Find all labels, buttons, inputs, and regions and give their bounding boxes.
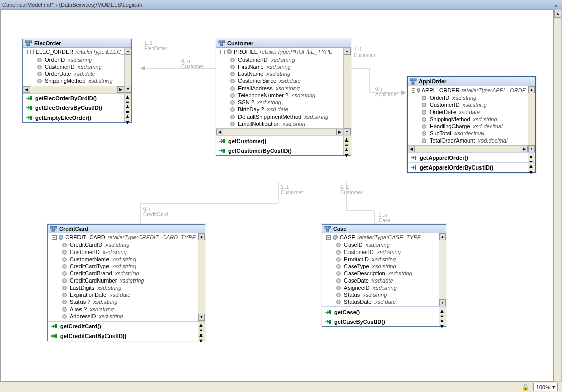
method-scrollbar[interactable]: ▲▼ bbox=[343, 136, 351, 146]
vertical-scrollbar[interactable]: ▲▼ bbox=[198, 233, 205, 321]
entity-type-header[interactable]: − ELEC_ORDER retailerType:ELEC_ bbox=[23, 48, 124, 56]
entity-type-header[interactable]: − CASE retailerType:CASE_TYPE bbox=[322, 233, 439, 241]
entity-title[interactable]: ElecOrder bbox=[23, 39, 131, 48]
attribute-row[interactable]: OrderDate xsd:date bbox=[37, 70, 122, 77]
attribute-row[interactable]: CustomerID xsd:string bbox=[336, 248, 437, 256]
horizontal-scrollbar[interactable]: ◀▶ bbox=[23, 86, 124, 93]
attribute-row[interactable]: EmailNotification xsd:short bbox=[230, 120, 341, 127]
method-scrollbar[interactable]: ▲▼ bbox=[343, 146, 351, 155]
attribute-row[interactable]: SubTotal xsd:decimal bbox=[422, 130, 526, 137]
attribute-row[interactable]: Alias ? xsd:string bbox=[62, 305, 196, 313]
method-row[interactable]: getEmptyElecOrder()▲▼ bbox=[23, 113, 131, 122]
attribute-row[interactable]: CustomerID xsd:string bbox=[230, 56, 341, 63]
method-row[interactable]: getCreditCard()▲▼ bbox=[48, 321, 205, 331]
entity-customer[interactable]: Customer ▲▼ − PROFILE retailerType:PROFI… bbox=[216, 39, 351, 156]
method-scrollbar[interactable]: ▲▼ bbox=[439, 307, 446, 317]
method-scrollbar[interactable]: ▲▼ bbox=[439, 317, 446, 326]
attribute-row[interactable]: LastDigits xsd:string bbox=[62, 284, 196, 291]
entity-elecorder[interactable]: ElecOrder ▲▼ − ELEC_ORDER retailerType:E… bbox=[22, 39, 132, 123]
method-row[interactable]: getElecOrderByOrdID()▲▼ bbox=[23, 93, 131, 103]
collapse-toggle-icon[interactable]: − bbox=[52, 235, 57, 240]
attribute-row[interactable]: BirthDay ? xsd:date bbox=[230, 106, 341, 113]
method-row[interactable]: getCustomer()▲▼ bbox=[216, 136, 351, 146]
attribute-row[interactable]: OrderID xsd:string bbox=[422, 94, 526, 101]
attribute-row[interactable]: CreditCardNumber xsd:string bbox=[62, 277, 196, 284]
attribute-row[interactable]: CaseDescription xsd:string bbox=[336, 270, 437, 277]
method-scrollbar[interactable]: ▲▼ bbox=[528, 153, 535, 162]
attribute-row[interactable]: CustomerName xsd:string bbox=[62, 256, 196, 263]
attribute-row[interactable]: Status xsd:string bbox=[336, 291, 437, 298]
attribute-row[interactable]: DefaultShippmentMethod xsd:string bbox=[230, 113, 341, 120]
method-scrollbar[interactable]: ▲▼ bbox=[198, 322, 205, 331]
attribute-row[interactable]: HandlingCharge xsd:decimal bbox=[422, 123, 526, 130]
attribute-row[interactable]: CreditCardID xsd:string bbox=[62, 241, 196, 248]
method-scrollbar[interactable]: ▲▼ bbox=[198, 331, 205, 341]
entity-title[interactable]: Customer bbox=[216, 39, 351, 48]
collapse-toggle-icon[interactable]: − bbox=[326, 235, 331, 240]
attribute-row[interactable]: StatusDate xsd:date bbox=[336, 298, 437, 305]
zoom-selector[interactable]: 100% ▾ bbox=[533, 383, 558, 391]
method-row[interactable]: getApparelOrder()▲▼ bbox=[408, 153, 535, 162]
lock-icon[interactable]: 🔓 bbox=[522, 384, 529, 391]
attribute-row[interactable]: CustomerID xsd:string bbox=[37, 63, 122, 70]
attribute-row[interactable]: LastName xsd:string bbox=[230, 70, 341, 77]
attribute-row[interactable]: CaseDate xsd:date bbox=[336, 277, 437, 284]
attribute-row[interactable]: AddressID xsd:string bbox=[62, 313, 196, 320]
entity-type-header[interactable]: − APPL_ORDER retailerType:APPL_ORDE bbox=[408, 86, 528, 94]
attribute-row[interactable]: OrderDate xsd:date bbox=[422, 108, 526, 116]
attribute-row[interactable]: ShippingMethod xsd:string bbox=[37, 77, 122, 85]
svg-rect-22 bbox=[328, 226, 331, 228]
entity-creditcard[interactable]: CreditCard ▲▼ − CREDIT_CARD retailerType… bbox=[47, 224, 205, 341]
entity-type-header[interactable]: − PROFILE retailerType:PROFILE_TYPE bbox=[216, 48, 343, 56]
attribute-row[interactable]: SSN ? xsd:string bbox=[230, 99, 341, 106]
attribute-row[interactable]: CustomerSince xsd:date bbox=[230, 77, 341, 85]
attr-name: TelephoneNumber ? bbox=[238, 92, 288, 98]
close-icon[interactable]: × bbox=[553, 1, 560, 8]
diagram-canvas[interactable]: 1..1ElecOrder 0..nCustomer 1..1Customer … bbox=[0, 9, 554, 382]
vertical-scrollbar[interactable]: ▲▼ bbox=[528, 86, 535, 152]
method-row[interactable]: getElecOrdersByCustID()▲▼ bbox=[23, 103, 131, 113]
attribute-row[interactable]: ExpirationDate xsd:date bbox=[62, 291, 196, 298]
attribute-row[interactable]: ShippingMethod xsd:string bbox=[422, 116, 526, 123]
entity-case[interactable]: Case ▲▼ − CASE retailerType:CASE_TYPE Ca… bbox=[322, 224, 446, 327]
method-scrollbar[interactable]: ▲▼ bbox=[124, 113, 131, 122]
method-row[interactable]: getCustomerByCustID()▲▼ bbox=[216, 146, 351, 155]
method-row[interactable]: getApparelOrderByCustID()▲▼ bbox=[408, 162, 535, 172]
entity-applorder[interactable]: ApplOrder ▲▼ − APPL_ORDER retailerType:A… bbox=[407, 76, 536, 173]
horizontal-scrollbar[interactable]: ◀▶ bbox=[408, 145, 528, 152]
attribute-row[interactable]: AsigneeID xsd:string bbox=[336, 284, 437, 291]
attribute-row[interactable]: CustomerID xsd:string bbox=[62, 248, 196, 256]
attribute-row[interactable]: CaseID xsd:string bbox=[336, 241, 437, 248]
attribute-row[interactable]: ProductID xsd:string bbox=[336, 256, 437, 263]
vertical-scrollbar[interactable]: ▲▼ bbox=[439, 233, 446, 306]
method-row[interactable]: getCase()▲▼ bbox=[322, 307, 446, 317]
attribute-row[interactable]: CustomerID xsd:string bbox=[422, 101, 526, 108]
vertical-scrollbar[interactable]: ▲▼ bbox=[343, 48, 351, 135]
attribute-row[interactable]: TelephoneNumber ? xsd:string bbox=[230, 92, 341, 99]
entity-title[interactable]: CreditCard bbox=[48, 225, 205, 233]
vertical-scrollbar[interactable]: ▲▼ bbox=[124, 48, 131, 93]
attribute-row[interactable]: Status ? xsd:string bbox=[62, 298, 196, 305]
attribute-row[interactable]: CreditCardBrand xsd:string bbox=[62, 270, 196, 277]
scroll-up-icon[interactable]: ▲ bbox=[554, 10, 561, 18]
method-row[interactable]: getCreditCardByCustID()▲▼ bbox=[48, 331, 205, 341]
entity-type-header[interactable]: − CREDIT_CARD retailerType:CREDIT_CARD_T… bbox=[48, 233, 198, 241]
attribute-row[interactable]: CaseType xsd:string bbox=[336, 263, 437, 270]
collapse-toggle-icon[interactable]: − bbox=[412, 88, 415, 93]
attribute-row[interactable]: FirstName xsd:string bbox=[230, 63, 341, 70]
collapse-toggle-icon[interactable]: − bbox=[27, 50, 31, 54]
entity-title[interactable]: ApplOrder bbox=[408, 77, 535, 86]
attribute-row[interactable]: OrderID xsd:string bbox=[37, 56, 122, 63]
attr-name: ExpirationDate bbox=[70, 292, 106, 298]
attribute-row[interactable]: EmailAddress xsd:string bbox=[230, 85, 341, 92]
attribute-row[interactable]: TotalOrderAmount xsd:decimal bbox=[422, 137, 526, 144]
method-row[interactable]: getCaseByCustID()▲▼ bbox=[322, 317, 446, 326]
collapse-toggle-icon[interactable]: − bbox=[220, 50, 225, 54]
method-scrollbar[interactable]: ▲▼ bbox=[124, 103, 131, 113]
horizontal-scrollbar[interactable]: ◀▶ bbox=[216, 128, 343, 135]
method-scrollbar[interactable]: ▲▼ bbox=[124, 94, 131, 103]
entity-title[interactable]: Case bbox=[322, 225, 446, 233]
attribute-row[interactable]: CreditCardType xsd:string bbox=[62, 263, 196, 270]
method-scrollbar[interactable]: ▲▼ bbox=[528, 163, 535, 172]
main-vertical-scrollbar[interactable]: ▲ bbox=[554, 9, 562, 382]
